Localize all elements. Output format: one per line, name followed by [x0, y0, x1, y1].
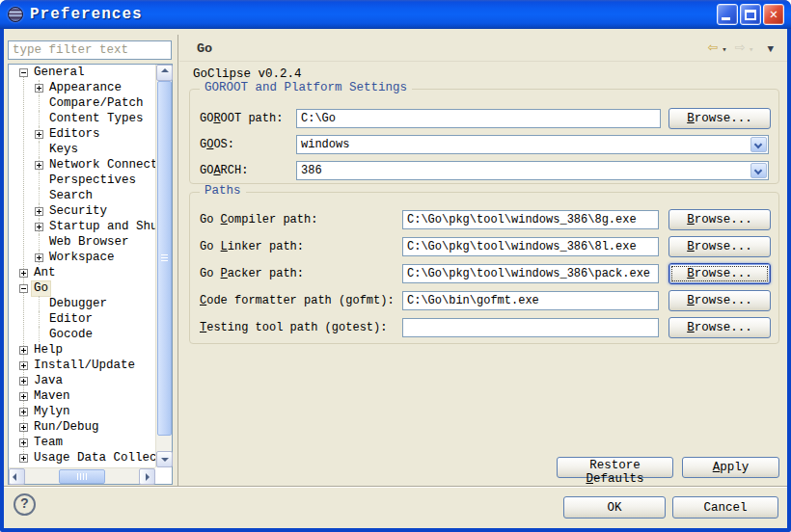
tree-item[interactable]: Install/Update [9, 358, 155, 373]
path-input[interactable] [402, 264, 659, 283]
vertical-scrollbar[interactable] [155, 65, 172, 467]
titlebar[interactable]: Preferences ✕ [0, 0, 791, 29]
tree-item-label: Security [47, 204, 109, 219]
view-menu-icon[interactable]: ▼ [767, 43, 774, 55]
group-title: Paths [200, 184, 246, 198]
tree-rows: General Appearance Compare/Patch Content… [9, 65, 155, 467]
tree-expander-icon[interactable] [35, 253, 43, 262]
tree-item[interactable]: Security [9, 203, 155, 219]
browse-button[interactable]: Browse... [668, 317, 771, 338]
cancel-button[interactable]: Cancel [672, 496, 778, 519]
browse-button[interactable]: Browse... [668, 236, 771, 257]
path-input[interactable] [296, 109, 661, 128]
tree-item[interactable]: General [9, 65, 155, 80]
browse-button[interactable]: Browse... [668, 209, 771, 230]
tree-expander-icon[interactable] [19, 346, 28, 355]
scroll-up-button[interactable] [156, 65, 173, 81]
path-input[interactable] [402, 210, 659, 229]
field-row: Testing tool path (gotest):Browse... [190, 317, 778, 338]
tree-expander-icon[interactable] [19, 68, 28, 77]
tree-item[interactable]: Maven [9, 388, 155, 404]
tree-item[interactable]: Workspace [9, 250, 155, 265]
path-input[interactable] [402, 318, 659, 337]
maximize-button[interactable] [740, 4, 761, 25]
tree-item[interactable]: Content Types [9, 111, 155, 126]
scroll-left-button[interactable] [9, 468, 25, 485]
vertical-scroll-thumb[interactable] [157, 81, 172, 436]
horizontal-scrollbar[interactable] [9, 467, 155, 484]
tree-item[interactable]: Debugger [9, 296, 155, 311]
tree-expander-icon[interactable] [19, 392, 28, 401]
tree-expander-icon[interactable] [19, 454, 28, 463]
tree-expander-icon[interactable] [35, 130, 43, 139]
tree-item[interactable]: Ant [9, 265, 155, 280]
browse-button[interactable]: Browse... [668, 290, 771, 311]
tree-item[interactable]: Perspectives [9, 173, 155, 188]
tree-item[interactable]: Search [9, 188, 155, 203]
tree-item[interactable]: Java [9, 373, 155, 388]
tree-item[interactable]: Network Connect [9, 157, 155, 173]
tree-item[interactable]: Go [9, 280, 155, 296]
field-row: Code formatter path (gofmt):Browse... [190, 290, 778, 311]
path-input[interactable] [402, 291, 659, 310]
apply-button[interactable]: Apply [682, 457, 779, 478]
scroll-right-button[interactable] [139, 468, 155, 485]
combo-select[interactable]: windows [296, 135, 769, 154]
tree-expander-icon[interactable] [35, 84, 43, 93]
chevron-down-icon[interactable] [750, 137, 767, 152]
tree-expander-icon[interactable] [19, 284, 28, 293]
tree-item[interactable]: Startup and Shu [9, 219, 155, 234]
close-button[interactable]: ✕ [763, 4, 784, 25]
tree-expander-icon[interactable] [35, 161, 43, 170]
tree-item-label: General [32, 66, 87, 80]
tree-expander-icon[interactable] [35, 223, 43, 231]
close-icon: ✕ [764, 6, 783, 22]
tree-item[interactable]: Editor [9, 311, 155, 327]
tree-item[interactable]: Mylyn [9, 404, 155, 419]
ok-button[interactable]: OK [563, 496, 666, 519]
tree-item-label: Editors [47, 127, 102, 142]
tree-item[interactable]: Run/Debug [9, 419, 155, 435]
tree-item[interactable]: Gocode [9, 327, 155, 342]
field-label: GOROOT path: [200, 112, 283, 125]
tree-item[interactable]: Web Browser [9, 234, 155, 250]
tree-expander-icon[interactable] [19, 423, 28, 432]
field-label: GOARCH: [200, 164, 248, 177]
preferences-window: Preferences ✕ General Appearance Compare… [0, 0, 791, 532]
field-label: GOOS: [200, 138, 234, 151]
browse-button[interactable]: Browse... [668, 263, 771, 284]
tree-item[interactable]: Usage Data Collect [9, 450, 155, 466]
tree-expander-icon[interactable] [35, 207, 43, 216]
tree-item[interactable]: Compare/Patch [9, 95, 155, 111]
restore-defaults-button[interactable]: Restore Defaults [557, 457, 673, 478]
tree-item-label: Compare/Patch [47, 96, 146, 111]
browse-button[interactable]: Browse... [668, 108, 771, 129]
back-dropdown-icon[interactable]: ▾ [722, 44, 726, 55]
forward-arrow-icon[interactable]: ⇨ [735, 40, 745, 57]
filter-input[interactable] [8, 40, 172, 60]
tree-item[interactable]: Help [9, 342, 155, 358]
tree-expander-icon[interactable] [19, 439, 28, 447]
tree-item[interactable]: Keys [9, 142, 155, 157]
tree-item[interactable]: Team [9, 435, 155, 450]
sash-divider[interactable] [177, 35, 178, 486]
horizontal-scroll-thumb[interactable] [59, 469, 105, 484]
help-button[interactable]: ? [14, 493, 36, 516]
tree-expander-icon[interactable] [19, 269, 28, 278]
tree-item[interactable]: Appearance [9, 80, 155, 95]
back-arrow-icon[interactable]: ⇦ [708, 40, 718, 57]
tree-expander-icon[interactable] [19, 361, 28, 370]
minimize-button[interactable] [717, 4, 738, 25]
chevron-down-icon[interactable] [750, 163, 767, 178]
preferences-tree: General Appearance Compare/Patch Content… [8, 64, 173, 485]
field-row: Go Packer path:Browse... [190, 263, 778, 284]
combo-select[interactable]: 386 [296, 161, 769, 180]
tree-item-label: Content Types [47, 112, 146, 126]
tree-item-label: Editor [47, 312, 95, 327]
window-title: Preferences [30, 6, 143, 23]
tree-expander-icon[interactable] [19, 377, 28, 386]
scroll-down-button[interactable] [156, 451, 173, 467]
tree-item[interactable]: Editors [9, 126, 155, 142]
path-input[interactable] [402, 237, 659, 256]
tree-expander-icon[interactable] [19, 408, 28, 416]
